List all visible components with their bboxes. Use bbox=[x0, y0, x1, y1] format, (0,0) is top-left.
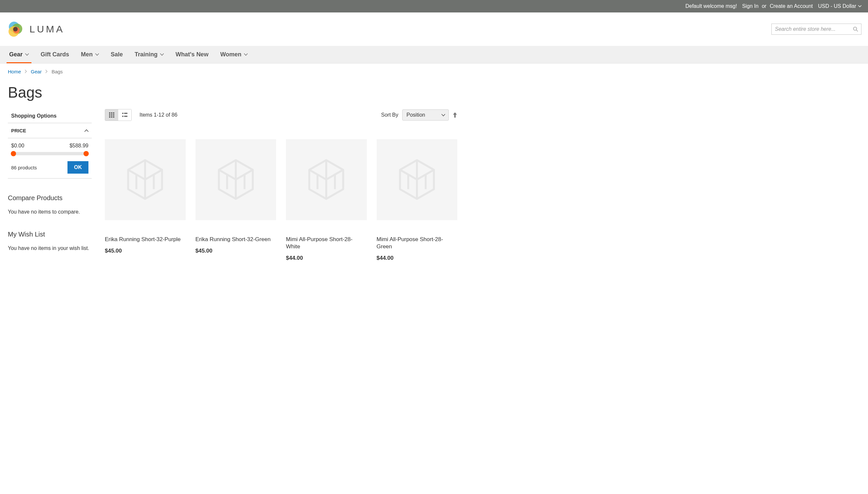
svg-rect-17 bbox=[124, 113, 128, 114]
product-item: Mimi All-Purpose Short-28-Green$44.00 bbox=[377, 139, 458, 261]
svg-rect-11 bbox=[111, 114, 112, 116]
nav-link[interactable]: Training bbox=[129, 46, 170, 63]
panel-header: Default welcome msg! Sign In or Create a… bbox=[0, 0, 868, 13]
products-grid: Erika Running Short-32-Purple$45.00 Erik… bbox=[105, 139, 457, 261]
nav-link[interactable]: Gift Cards bbox=[35, 46, 75, 63]
search-icon[interactable] bbox=[853, 26, 858, 32]
main-column: Items 1-12 of 86 Sort By Position Erika … bbox=[105, 109, 457, 261]
price-slider-handle-min[interactable] bbox=[11, 151, 16, 156]
page-title: Bags bbox=[0, 80, 868, 109]
svg-rect-18 bbox=[122, 116, 123, 117]
logo-text: LUMA bbox=[30, 24, 64, 35]
view-mode-switcher bbox=[105, 109, 132, 121]
or-text: or bbox=[762, 3, 767, 9]
price-filter-label: PRICE bbox=[11, 128, 26, 133]
svg-rect-10 bbox=[109, 114, 110, 116]
product-image[interactable] bbox=[195, 139, 276, 220]
nav-label: Gift Cards bbox=[41, 51, 69, 58]
chevron-down-icon bbox=[442, 114, 445, 116]
nav-item-men[interactable]: Men bbox=[75, 46, 105, 63]
create-account-link[interactable]: Create an Account bbox=[770, 3, 813, 9]
svg-rect-14 bbox=[111, 116, 112, 118]
compare-products-title: Compare Products bbox=[8, 194, 92, 202]
price-min: $0.00 bbox=[11, 143, 24, 149]
product-price: $44.00 bbox=[377, 255, 458, 261]
breadcrumb-item: Gear bbox=[31, 69, 42, 74]
nav-label: Training bbox=[135, 51, 157, 58]
breadcrumb-current: Bags bbox=[52, 69, 62, 74]
sign-in-link[interactable]: Sign In bbox=[742, 3, 758, 9]
breadcrumb-item: Home bbox=[8, 69, 21, 74]
nav-link[interactable]: Men bbox=[75, 46, 105, 63]
currency-label: USD - US Dollar bbox=[818, 3, 856, 9]
price-max: $588.99 bbox=[70, 143, 89, 149]
svg-rect-13 bbox=[109, 116, 110, 118]
product-image[interactable] bbox=[105, 139, 186, 220]
sort-value: Position bbox=[406, 112, 425, 118]
breadcrumb-link[interactable]: Gear bbox=[31, 69, 42, 74]
search-input[interactable] bbox=[771, 24, 862, 35]
chevron-right-icon bbox=[25, 70, 27, 74]
list-icon bbox=[122, 112, 128, 118]
breadcrumb-link[interactable]: Home bbox=[8, 69, 21, 74]
price-slider-handle-max[interactable] bbox=[83, 151, 89, 156]
nav-item-gift-cards[interactable]: Gift Cards bbox=[35, 46, 75, 63]
nav-label: Men bbox=[81, 51, 93, 58]
grid-icon bbox=[109, 112, 114, 118]
list-view-button[interactable] bbox=[118, 109, 131, 120]
svg-point-5 bbox=[854, 27, 857, 31]
nav-label: What's New bbox=[176, 51, 208, 58]
product-item: Erika Running Short-32-Purple$45.00 bbox=[105, 139, 186, 261]
nav-item-what-s-new[interactable]: What's New bbox=[170, 46, 214, 63]
nav-item-women[interactable]: Women bbox=[214, 46, 253, 63]
price-ok-button[interactable]: OK bbox=[67, 161, 89, 174]
nav-item-sale[interactable]: Sale bbox=[105, 46, 129, 63]
grid-view-button[interactable] bbox=[105, 109, 118, 120]
sort-direction-button[interactable] bbox=[453, 112, 457, 118]
chevron-up-icon bbox=[84, 129, 89, 132]
product-name[interactable]: Erika Running Short-32-Green bbox=[195, 236, 276, 243]
product-name[interactable]: Erika Running Short-32-Purple bbox=[105, 236, 186, 243]
chevron-down-icon bbox=[858, 5, 862, 7]
welcome-message: Default welcome msg! bbox=[685, 3, 737, 9]
svg-rect-16 bbox=[122, 113, 123, 114]
chevron-down-icon bbox=[95, 53, 99, 56]
chevron-down-icon bbox=[244, 53, 248, 56]
product-name[interactable]: Mimi All-Purpose Short-28-Green bbox=[377, 236, 458, 250]
sidebar: Shopping Options PRICE $0.00 $588.99 86 … bbox=[8, 109, 92, 261]
chevron-down-icon bbox=[25, 53, 29, 56]
chevron-right-icon bbox=[45, 70, 47, 74]
nav-link[interactable]: What's New bbox=[170, 46, 214, 63]
nav-item-gear[interactable]: Gear bbox=[3, 46, 35, 63]
nav-item-training[interactable]: Training bbox=[129, 46, 170, 63]
sort-select[interactable]: Position bbox=[402, 109, 449, 120]
nav-link[interactable]: Women bbox=[214, 46, 253, 63]
svg-rect-12 bbox=[113, 114, 114, 116]
price-filter-content: $0.00 $588.99 86 products OK bbox=[8, 138, 92, 178]
product-item: Erika Running Short-32-Green$45.00 bbox=[195, 139, 276, 261]
breadcrumbs: HomeGearBags bbox=[0, 63, 868, 80]
svg-line-6 bbox=[856, 30, 858, 32]
breadcrumb-item: Bags bbox=[52, 69, 62, 74]
logo[interactable]: LUMA bbox=[6, 20, 64, 38]
nav-link[interactable]: Gear bbox=[3, 46, 35, 63]
product-price: $45.00 bbox=[105, 248, 186, 254]
product-image[interactable] bbox=[286, 139, 367, 220]
product-image[interactable] bbox=[377, 139, 458, 220]
product-item: Mimi All-Purpose Short-28-White$44.00 bbox=[286, 139, 367, 261]
price-filter-title[interactable]: PRICE bbox=[8, 123, 92, 138]
nav-link[interactable]: Sale bbox=[105, 46, 129, 63]
toolbar: Items 1-12 of 86 Sort By Position bbox=[105, 109, 457, 121]
shopping-options-title: Shopping Options bbox=[8, 109, 92, 123]
header: LUMA bbox=[0, 13, 868, 46]
wishlist-title: My Wish List bbox=[8, 231, 92, 238]
compare-products-empty: You have no items to compare. bbox=[8, 209, 92, 215]
price-slider[interactable] bbox=[11, 152, 89, 155]
product-name[interactable]: Mimi All-Purpose Short-28-White bbox=[286, 236, 367, 250]
product-price: $45.00 bbox=[195, 248, 276, 254]
logo-icon bbox=[6, 20, 24, 38]
currency-switcher[interactable]: USD - US Dollar bbox=[818, 3, 862, 9]
svg-rect-7 bbox=[109, 112, 110, 114]
toolbar-amount: Items 1-12 of 86 bbox=[139, 112, 177, 118]
svg-rect-9 bbox=[113, 112, 114, 114]
